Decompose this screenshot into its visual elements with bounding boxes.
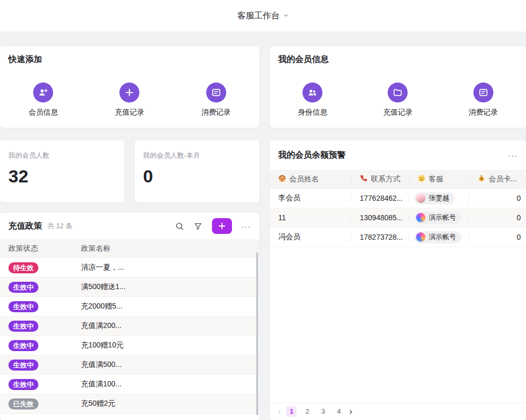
quick-item-label: 消费记录 bbox=[201, 108, 231, 117]
page-button-3[interactable]: 3 bbox=[318, 406, 328, 417]
smiley-icon bbox=[418, 175, 426, 184]
column-header-status: 政策状态 bbox=[0, 244, 81, 253]
quick-item-label: 充值记录 bbox=[383, 108, 412, 117]
money-bag-icon bbox=[478, 175, 485, 184]
avatar bbox=[416, 213, 426, 222]
stat-value: 0 bbox=[143, 166, 251, 187]
policy-row[interactable]: 生效中 充2000赠5... bbox=[0, 297, 259, 316]
more-icon[interactable]: ··· bbox=[508, 151, 518, 159]
plus-icon bbox=[218, 222, 226, 230]
policy-row[interactable]: 生效中 充值满100... bbox=[0, 375, 259, 394]
service-agent-name: 张雯越 bbox=[429, 193, 449, 203]
add-record-button[interactable] bbox=[212, 218, 232, 234]
status-badge: 生效中 bbox=[8, 282, 38, 293]
quick-add-consume-record[interactable]: 消费记录 bbox=[173, 83, 259, 117]
member-add-icon bbox=[33, 83, 53, 103]
phone-icon bbox=[360, 175, 368, 184]
avatar bbox=[416, 193, 426, 203]
filter-icon[interactable] bbox=[194, 222, 203, 231]
recharge-policy-header: 充值政策 共 12 条 ··· bbox=[0, 213, 259, 239]
quick-item-label: 消费记录 bbox=[469, 108, 498, 117]
recharge-policy-title: 充值政策 bbox=[8, 221, 42, 232]
identity-info-item[interactable]: 身份信息 bbox=[270, 83, 355, 117]
quick-add-member-info[interactable]: 会员信息 bbox=[0, 83, 86, 117]
balance-warning-header: 我的会员余额预警 ··· bbox=[270, 140, 526, 170]
search-icon[interactable] bbox=[175, 222, 184, 231]
service-agent-chip: 演示帐号 bbox=[414, 212, 461, 224]
policy-row[interactable]: 生效中 满500赠送1... bbox=[0, 278, 259, 297]
previous-page-icon[interactable]: ‹ bbox=[278, 407, 281, 416]
member-row[interactable]: 11 130948085... 演示帐号 0 bbox=[270, 208, 526, 228]
quick-item-label: 身份信息 bbox=[298, 108, 327, 117]
top-bar: 客服工作台 bbox=[0, 0, 526, 32]
policy-row[interactable]: 生效中 充值满500... bbox=[0, 355, 259, 375]
quick-add-grid: 会员信息 充值记录 消费记录 bbox=[0, 83, 259, 117]
status-badge: 待生效 bbox=[8, 262, 38, 273]
page-button-1[interactable]: 1 bbox=[286, 406, 297, 417]
member-contact: 130948085... bbox=[360, 213, 403, 222]
recharge-policy-card: 充值政策 共 12 条 ··· 政策状态 政策名称 待生效 bbox=[0, 213, 259, 420]
people-icon bbox=[302, 83, 322, 103]
member-name: 11 bbox=[278, 213, 286, 222]
policy-name: 清凉一夏，... bbox=[81, 263, 259, 272]
page-title: 客服工作台 bbox=[238, 11, 280, 22]
column-header-member-name: 会员姓名 bbox=[289, 175, 319, 184]
service-agent-chip: 演示帐号 bbox=[414, 231, 461, 243]
quick-add-recharge-record[interactable]: 充值记录 bbox=[86, 83, 173, 117]
receipt-icon bbox=[473, 83, 493, 103]
member-contact: 177628462... bbox=[360, 194, 403, 202]
member-count-month-card: 我的会员人数-本月 0 bbox=[135, 140, 259, 202]
table-toolbar: ··· bbox=[175, 218, 251, 234]
warning-table-header: 会员姓名 联系方式 客服 会员卡... bbox=[270, 170, 526, 189]
policy-name: 充值满100... bbox=[81, 380, 259, 389]
status-badge: 生效中 bbox=[8, 340, 38, 351]
warning-table-body: 李会员 177628462... 张雯越 0 11 130948085... 演… bbox=[270, 189, 526, 247]
my-member-info-card: 我的会员信息 身份信息 充值记录 消费记录 bbox=[270, 46, 526, 128]
vertical-scrollbar[interactable] bbox=[256, 252, 258, 415]
record-count: 共 12 条 bbox=[47, 221, 73, 231]
quick-add-card: 快速添加 会员信息 充值记录 消费记录 bbox=[0, 46, 259, 128]
workspace-switcher[interactable]: 客服工作台 bbox=[238, 11, 289, 22]
member-contact: 178273728... bbox=[360, 233, 403, 241]
member-name: 李会员 bbox=[278, 193, 300, 203]
service-agent-name: 演示帐号 bbox=[429, 232, 456, 242]
status-badge: 生效中 bbox=[8, 321, 38, 332]
policy-table-body: 待生效 清凉一夏，... 生效中 满500赠送1... 生效中 充2000赠5.… bbox=[0, 258, 259, 414]
policy-row[interactable]: 已失效 充50赠2元 bbox=[0, 394, 259, 414]
status-badge: 生效中 bbox=[8, 360, 38, 371]
my-member-info-grid: 身份信息 充值记录 消费记录 bbox=[270, 83, 526, 117]
next-page-icon[interactable]: › bbox=[349, 407, 352, 416]
consume-record-item[interactable]: 消费记录 bbox=[441, 83, 526, 117]
status-badge: 生效中 bbox=[8, 379, 38, 390]
policy-name: 充50赠2元 bbox=[81, 399, 259, 408]
policy-row[interactable]: 生效中 充100赠10元 bbox=[0, 336, 259, 355]
service-agent-chip: 张雯越 bbox=[414, 192, 454, 204]
policy-row[interactable]: 生效中 充值满200... bbox=[0, 316, 259, 336]
folder-icon bbox=[388, 83, 408, 103]
stat-title: 我的会员人数 bbox=[8, 151, 116, 160]
service-agent-name: 演示帐号 bbox=[429, 213, 456, 222]
more-icon[interactable]: ··· bbox=[241, 222, 251, 230]
member-row[interactable]: 冯会员 178273728... 演示帐号 0 bbox=[270, 228, 526, 247]
chevron-down-icon bbox=[283, 11, 289, 21]
card-balance: 0 bbox=[517, 233, 521, 241]
quick-item-label: 充值记录 bbox=[115, 108, 144, 117]
page-button-4[interactable]: 4 bbox=[333, 406, 344, 417]
policy-name: 满500赠送1... bbox=[81, 282, 259, 292]
recharge-record-item[interactable]: 充值记录 bbox=[355, 83, 440, 117]
quick-add-title: 快速添加 bbox=[8, 55, 42, 64]
card-balance: 0 bbox=[517, 213, 521, 222]
column-header-service: 客服 bbox=[429, 175, 443, 184]
stat-title: 我的会员人数-本月 bbox=[143, 151, 251, 160]
member-row[interactable]: 李会员 177628462... 张雯越 0 bbox=[270, 189, 526, 208]
page-button-2[interactable]: 2 bbox=[302, 406, 312, 417]
plus-icon bbox=[119, 83, 139, 103]
avatar bbox=[416, 232, 426, 242]
status-badge: 已失效 bbox=[8, 398, 38, 409]
policy-name: 充100赠10元 bbox=[81, 341, 259, 350]
policy-row[interactable]: 待生效 清凉一夏，... bbox=[0, 258, 259, 278]
column-header-contact: 联系方式 bbox=[371, 175, 400, 184]
balance-warning-card: 我的会员余额预警 ··· 会员姓名 联系方式 客服 会员卡... 李会 bbox=[270, 140, 526, 420]
policy-table-header: 政策状态 政策名称 bbox=[0, 239, 259, 258]
policy-name: 充值满200... bbox=[81, 321, 259, 331]
